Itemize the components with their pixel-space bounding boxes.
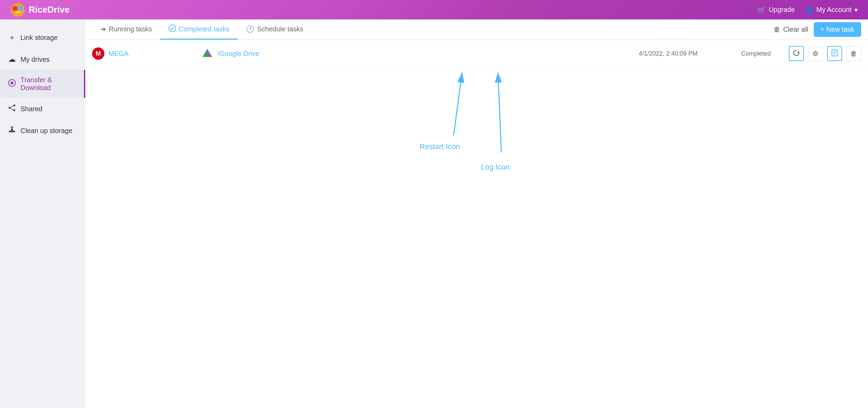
clock-icon: 🕐 <box>246 25 254 33</box>
upgrade-button[interactable]: 🛒 Upgrade <box>757 6 795 14</box>
trash-icon: 🗑 <box>774 26 780 33</box>
trash-icon: 🗑 <box>850 50 857 58</box>
user-icon: 👤 <box>805 6 814 14</box>
topbar-right: 🛒 Upgrade 👤 My Account ▾ <box>757 6 858 14</box>
transfer-icon <box>8 79 16 89</box>
svg-line-25 <box>454 72 462 135</box>
task-source: M MEGA <box>92 47 194 60</box>
svg-rect-12 <box>11 127 13 130</box>
tab-running-tasks[interactable]: ➜ Running tasks <box>92 19 160 40</box>
content-area: M MEGA /Google Drive 4/1/2022, 2:40:09 P… <box>85 40 868 408</box>
svg-marker-20 <box>797 51 799 53</box>
settings-button[interactable]: ⚙ <box>808 46 823 61</box>
delete-button[interactable]: 🗑 <box>846 46 861 61</box>
svg-point-1 <box>12 6 18 11</box>
svg-point-4 <box>11 82 13 84</box>
log-button[interactable] <box>827 46 842 61</box>
dest-link[interactable]: /Google Drive <box>218 50 259 58</box>
clear-all-button[interactable]: 🗑 Clear all <box>774 26 808 33</box>
annotation-overlay: Restart Icon Log Icon <box>85 40 868 408</box>
svg-point-2 <box>18 6 23 11</box>
sidebar: ＋ Link storage ☁ My drives Transfer & Do… <box>0 19 85 408</box>
restart-icon <box>793 49 800 58</box>
topbar: RiceDrive 🛒 Upgrade 👤 My Account ▾ <box>0 0 868 19</box>
cloud-icon: ☁ <box>8 55 16 64</box>
logo: RiceDrive <box>10 2 70 17</box>
table-row: M MEGA /Google Drive 4/1/2022, 2:40:09 P… <box>85 40 868 68</box>
chevron-down-icon: ▾ <box>854 6 858 14</box>
svg-line-26 <box>498 72 501 152</box>
sidebar-item-label: My drives <box>20 56 50 63</box>
sidebar-item-link-storage[interactable]: ＋ Link storage <box>0 26 85 49</box>
sidebar-item-label: Shared <box>20 105 43 113</box>
my-account-button[interactable]: 👤 My Account ▾ <box>805 6 858 14</box>
tabs-left: ➜ Running tasks Completed tasks 🕐 Schedu… <box>92 19 311 40</box>
svg-line-9 <box>10 108 14 110</box>
restart-button[interactable] <box>789 46 804 61</box>
sidebar-item-my-drives[interactable]: ☁ My drives <box>0 49 85 70</box>
task-destination: /Google Drive <box>201 47 632 60</box>
svg-text:Restart Icon: Restart Icon <box>420 142 460 151</box>
sidebar-item-cleanup-storage[interactable]: Clean up storage <box>0 120 85 142</box>
google-drive-icon <box>201 47 214 60</box>
arrow-icon: ➜ <box>100 25 106 33</box>
logo-icon <box>10 2 25 17</box>
tab-completed-tasks[interactable]: Completed tasks <box>160 19 238 40</box>
task-actions: ⚙ 🗑 <box>789 46 861 61</box>
sidebar-item-label: Clean up storage <box>20 127 72 135</box>
check-circle-icon <box>168 25 176 34</box>
log-icon <box>831 49 838 58</box>
svg-line-8 <box>10 105 14 108</box>
task-time: 4/1/2022, 2:40:09 PM <box>639 50 734 57</box>
sidebar-item-label: Link storage <box>20 34 58 42</box>
plus-icon: ＋ <box>8 32 16 43</box>
app-title: RiceDrive <box>29 4 70 15</box>
sidebar-item-shared[interactable]: Shared <box>0 98 85 120</box>
tab-schedule-tasks[interactable]: 🕐 Schedule tasks <box>238 19 312 40</box>
mega-icon: M <box>92 47 104 60</box>
main-content: ➜ Running tasks Completed tasks 🕐 Schedu… <box>85 19 868 408</box>
sidebar-item-transfer-download[interactable]: Transfer & Download <box>0 70 85 98</box>
share-icon <box>8 104 16 114</box>
cart-icon: 🛒 <box>757 6 766 14</box>
sidebar-item-label: Transfer & Download <box>20 76 76 92</box>
layout: ＋ Link storage ☁ My drives Transfer & Do… <box>0 19 868 408</box>
tabs-right: 🗑 Clear all + New task <box>774 22 861 37</box>
gear-icon: ⚙ <box>812 49 819 58</box>
new-task-button[interactable]: + New task <box>814 22 861 37</box>
svg-marker-13 <box>10 126 14 127</box>
svg-point-14 <box>169 25 176 32</box>
cleanup-icon <box>8 126 16 135</box>
svg-text:Log Icon: Log Icon <box>481 163 510 171</box>
source-link[interactable]: MEGA <box>108 50 129 58</box>
task-status: Completed <box>741 50 782 57</box>
tabbar: ➜ Running tasks Completed tasks 🕐 Schedu… <box>85 19 868 40</box>
